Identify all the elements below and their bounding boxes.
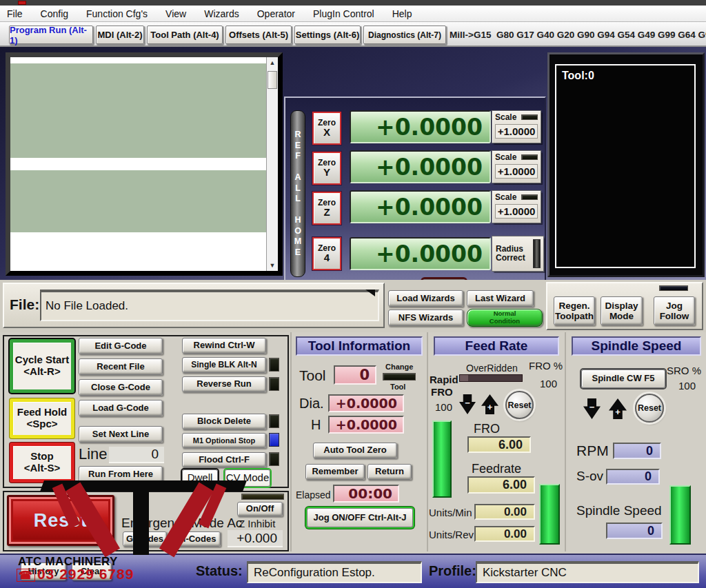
change-tool-led[interactable] [383, 373, 416, 381]
single-blk-button[interactable]: Single BLK Alt-N [182, 357, 266, 373]
regen-toolpath-button[interactable]: Regen. Toolpath [554, 296, 595, 325]
toolpath-display[interactable]: Tool:0 [547, 52, 705, 277]
gcode-list-window: ▲ ▼ [6, 52, 283, 276]
dwell-indicator[interactable]: Dwell [182, 469, 218, 487]
cycle-start-button[interactable]: Cycle Start <Alt-R> [10, 339, 74, 393]
fro-increase-button[interactable]: + [481, 394, 498, 414]
set-next-line-button[interactable]: Set Next Line [79, 426, 163, 443]
rewind-button[interactable]: Rewind Ctrl-W [182, 338, 266, 354]
ref-all-home-button[interactable]: R E F A L L H O M E [290, 110, 305, 277]
z-axis-dro[interactable]: +0.0000 [350, 190, 491, 223]
zero-y-button[interactable]: Zero Y [312, 152, 341, 185]
spindle-speed-display: 0 [606, 523, 663, 539]
m1-optional-stop-button[interactable]: M1 Optional Stop [182, 433, 266, 448]
menu-plugin-control[interactable]: PlugIn Control [313, 8, 374, 19]
load-wizards-button[interactable]: Load Wizards [388, 290, 463, 307]
dia-label: Dia. [299, 396, 324, 412]
gcode-scrollbar[interactable]: ▲ ▼ [266, 57, 278, 271]
tool-number-display[interactable]: 0 [334, 365, 376, 385]
sro-increase-button[interactable]: + [609, 398, 627, 419]
scale-label: Scale [495, 152, 516, 162]
scroll-up-icon[interactable]: ▲ [267, 59, 278, 66]
x-scale-box[interactable]: Scale +1.0000 [492, 110, 541, 143]
fro-slider[interactable] [432, 420, 452, 498]
sro-reset-button[interactable]: Reset [635, 394, 664, 423]
stop-button[interactable]: Stop <Alt-S> [10, 443, 74, 483]
run-from-here-button[interactable]: Run From Here [79, 466, 163, 483]
menu-view[interactable]: View [165, 8, 186, 19]
display-mode-button[interactable]: Display Mode [601, 296, 643, 325]
spindle-cw-button[interactable]: Spindle CW F5 [581, 369, 665, 388]
z-scale-box[interactable]: Scale +1.0000 [492, 190, 541, 223]
tool-label: Tool [299, 367, 326, 384]
z-inhibit-value[interactable]: +0.000 [228, 530, 283, 547]
menu-operator[interactable]: Operator [257, 8, 295, 19]
menu-config[interactable]: Config [41, 8, 68, 19]
radius-correct-led [533, 239, 541, 268]
history-button[interactable]: History [21, 562, 66, 580]
axis4-dro[interactable]: +0.0000 [350, 237, 491, 270]
m-codes-button[interactable]: M-Codes [174, 531, 221, 547]
zero-z-button[interactable]: Zero Z [312, 192, 341, 225]
sro-decrease-button[interactable]: − [583, 398, 601, 419]
block-delete-button[interactable]: Block Delete [182, 414, 266, 429]
fro-reset-button[interactable]: Reset [505, 391, 534, 419]
jog-on-off-button[interactable]: Jog ON/OFF Ctrl-Alt-J [307, 508, 413, 527]
last-wizard-button[interactable]: Last Wizard [467, 290, 534, 307]
x-axis-dro[interactable]: +0.0000 [350, 110, 491, 143]
tab-offsets[interactable]: Offsets (Alt-5) [225, 26, 292, 44]
on-off-button[interactable]: On/Off [237, 502, 283, 516]
zero-x-button[interactable]: Zero X [312, 112, 341, 145]
recent-file-button[interactable]: Recent File [79, 358, 163, 375]
scroll-down-icon[interactable]: ▼ [267, 262, 278, 269]
spindle-speed-title: Spindle Speed [572, 336, 701, 356]
close-gcode-button[interactable]: Close G-Code [79, 379, 163, 396]
spindle-slider[interactable] [669, 485, 691, 545]
tab-diagnostics[interactable]: Diagnostics (Alt-7) [363, 26, 446, 44]
file-name-field[interactable]: No File Loaded. [40, 290, 379, 321]
tab-settings[interactable]: Settings (Alt-6) [294, 26, 361, 44]
remember-button[interactable]: Remember [305, 464, 365, 480]
flood-button[interactable]: Flood Ctrl-F [182, 452, 266, 467]
fro-display[interactable]: 6.00 [467, 436, 531, 453]
menu-function-cfgs[interactable]: Function Cfg's [86, 8, 148, 19]
lower-region: Cycle Start <Alt-R> Feed Hold <Spc> Stop… [0, 332, 706, 554]
menu-file[interactable]: File [7, 8, 23, 19]
jog-follow-button[interactable]: Jog Follow [654, 296, 695, 325]
gcode-list[interactable] [10, 57, 266, 271]
z-scale-value[interactable]: +1.0000 [495, 204, 538, 219]
return-button[interactable]: Return [367, 464, 412, 480]
tool-height-display[interactable]: +0.0000 [328, 416, 404, 434]
line-label: Line [79, 445, 108, 463]
nfs-wizards-button[interactable]: NFS Wizards [388, 310, 463, 326]
tab-tool-path[interactable]: Tool Path (Alt-4) [147, 26, 223, 44]
x-scale-value[interactable]: +1.0000 [495, 124, 538, 139]
menu-help[interactable]: Help [392, 8, 412, 19]
fro-decrease-button[interactable]: − [459, 394, 476, 414]
edit-gcode-button[interactable]: Edit G-Code [79, 338, 163, 354]
auto-tool-zero-button[interactable]: Auto Tool Zero [313, 443, 397, 458]
scrollbar-thumb[interactable] [268, 71, 277, 89]
y-scale-box[interactable]: Scale +1.0000 [492, 150, 541, 183]
menu-wizards[interactable]: Wizards [204, 8, 239, 19]
tab-mdi[interactable]: MDI (Alt-2) [96, 26, 144, 44]
reset-button[interactable]: Reset [7, 495, 114, 546]
load-gcode-button[interactable]: Load G-Code [79, 400, 163, 416]
rapid-fro-value: 100 [435, 401, 452, 413]
g-codes-button[interactable]: G-Codes [123, 531, 167, 547]
clear-button[interactable]: Clear [72, 562, 112, 580]
cv-mode-indicator[interactable]: CV Mode [225, 469, 270, 487]
block-delete-led [269, 414, 279, 428]
reverse-run-button[interactable]: Reverse Run [182, 376, 266, 392]
feedrate-slider[interactable] [539, 484, 560, 545]
radius-correct-button[interactable]: Radius Correct [492, 236, 544, 272]
tab-program-run[interactable]: Program Run (Alt-1) [9, 26, 93, 44]
normal-condition-indicator[interactable]: Normal Condition [467, 309, 543, 327]
axis-letter: Z [323, 207, 330, 218]
tool-diameter-display[interactable]: +0.0000 [328, 394, 404, 412]
y-axis-dro[interactable]: +0.0000 [350, 150, 491, 183]
y-scale-value[interactable]: +1.0000 [495, 164, 538, 179]
zero-4-button[interactable]: Zero 4 [312, 237, 341, 270]
line-number-field[interactable]: 0 [109, 447, 164, 463]
feed-hold-button[interactable]: Feed Hold <Spc> [10, 398, 74, 438]
